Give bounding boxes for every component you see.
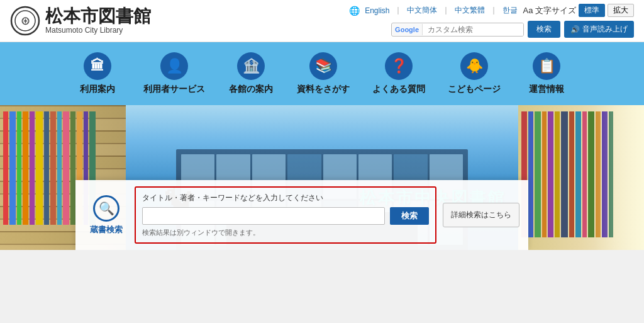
font-normal-button[interactable]: 標準 [579,4,605,17]
book-search-panel: 🔍 蔵書検索 タイトル・著者・キーワードなどを入力してください 検索 検索結果は… [75,180,528,250]
svg-text:⊛: ⊛ [21,14,30,27]
nav-item-branch-guide[interactable]: 🏦 各館の案内 [216,47,286,100]
book-search-label: 蔵書検索 [90,224,123,235]
google-search-box: Google [391,23,524,37]
nav-item-find-material[interactable]: 📚 資料をさがす [286,47,361,100]
lang-chinese-traditional[interactable]: 中文繁體 [455,5,485,16]
divider2: ｜ [442,5,450,16]
search-input-row: 検索 [142,207,429,225]
nav-label-management: 運営情報 [529,84,564,95]
header-search-row: Google 検索 🔊 音声読み上げ [391,21,634,38]
nav-item-user-service[interactable]: 👤 利用者サービス [132,47,216,100]
nav-icon-user-service: 👤 [160,52,188,80]
nav-icon-faq: ❓ [385,52,413,80]
book-search-icon-area: 🔍 蔵書検索 [84,195,128,235]
voice-label: 音声読み上げ [582,24,628,35]
google-label: Google [392,24,423,35]
globe-icon: 🌐 [349,6,360,16]
header-search-button[interactable]: 検索 [528,21,560,38]
logo-emblem: ⊛ [10,6,40,36]
nav-icon-management: 📋 [533,52,560,80]
logo-text-area: 松本市図書館 Matsumoto City Library [45,7,151,35]
nav-label-faq: よくある質問 [372,84,425,95]
site-title: 松本市図書館 [45,7,151,26]
header-search-input[interactable] [423,23,523,36]
voice-icon: 🔊 [570,25,580,34]
navigation-bar: 🏛 利用案内 👤 利用者サービス 🏦 各館の案内 📚 資料をさがす ❓ よくある… [0,42,644,105]
nav-item-children[interactable]: 🐥 こどもページ [436,47,512,100]
site-subtitle: Matsumoto City Library [45,26,151,35]
search-note: 検索結果は別ウィンドウで開きます。 [142,228,429,237]
nav-icon-guide: 🏛 [84,52,111,80]
lang-english[interactable]: English [365,6,389,15]
book-search-button[interactable]: 検索 [390,207,429,225]
nav-label-user-service: 利用者サービス [143,84,205,95]
nav-icon-find-material: 📚 [309,52,337,80]
font-large-button[interactable]: 拡大 [608,4,634,17]
search-hint: タイトル・著者・キーワードなどを入力してください [142,193,429,203]
nav-item-guide[interactable]: 🏛 利用案内 [63,47,132,100]
detail-search-button[interactable]: 詳細検索はこちら [443,203,519,227]
language-bar: 🌐 English ｜ 中文簡体 ｜ 中文繁體 ｜ 한글 Aa 文字サイズ 標準… [349,4,634,17]
book-search-form: タイトル・著者・キーワードなどを入力してください 検索 検索結果は別ウィンドウで… [135,186,436,244]
nav-icon-children: 🐥 [460,52,488,80]
hero-right-bookshelf [518,105,644,250]
nav-icon-branch-guide: 🏦 [237,52,265,80]
divider1: ｜ [394,5,402,16]
book-search-icon: 🔍 [93,195,119,222]
logo-area: ⊛ 松本市図書館 Matsumoto City Library [10,6,151,36]
nav-item-management[interactable]: 📋 運営情報 [512,47,581,100]
font-size-label: Aa 文字サイズ [523,5,576,16]
nav-label-children: こどもページ [448,84,501,95]
voice-button[interactable]: 🔊 音声読み上げ [564,21,634,38]
nav-label-guide: 利用案内 [80,84,115,95]
font-size-control: Aa 文字サイズ 標準 拡大 [523,4,634,17]
hero-section: 松本市中央図書館 🐿 ライブラリス [0,105,644,250]
nav-item-faq[interactable]: ❓ よくある質問 [361,47,436,100]
divider3: ｜ [490,5,497,16]
lang-chinese-simplified[interactable]: 中文簡体 [407,5,437,16]
header-right: 🌐 English ｜ 中文簡体 ｜ 中文繁體 ｜ 한글 Aa 文字サイズ 標準… [349,4,634,38]
lang-korean[interactable]: 한글 [502,5,518,16]
nav-label-find-material: 資料をさがす [297,84,350,95]
book-search-input[interactable] [142,207,385,225]
nav-label-branch-guide: 各館の案内 [229,84,273,95]
header: ⊛ 松本市図書館 Matsumoto City Library 🌐 Englis… [0,0,644,42]
